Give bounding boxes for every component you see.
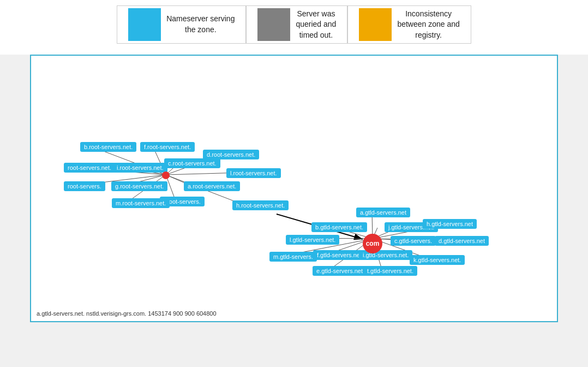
- graph-container[interactable]: b.root-servers.net. f.root-servers.net. …: [30, 55, 558, 322]
- legend-item-timeout: Server wasqueried andtimed out.: [246, 5, 347, 44]
- legend-row: Nameserver servingthe zone. Server wasqu…: [0, 0, 588, 55]
- node-e-root2[interactable]: root-servers.: [64, 181, 105, 191]
- node-i-root[interactable]: i.root-servers.net.: [113, 163, 167, 173]
- node-c-gtld[interactable]: c.gtld-servers.: [391, 236, 436, 246]
- node-a-root[interactable]: a.root-servers.net.: [184, 181, 240, 191]
- node-root-servers[interactable]: root-servers.net.: [64, 163, 115, 173]
- node-h-gtld[interactable]: h.gtld-servers.net: [423, 219, 477, 229]
- node-m-root[interactable]: m.root-servers.net.: [112, 198, 170, 208]
- legend-color-inconsistency: [359, 8, 392, 41]
- root-center-dot[interactable]: [162, 171, 170, 179]
- node-k-gtld[interactable]: k.gtld-servers.net.: [410, 255, 465, 265]
- node-c-root[interactable]: c.root-servers.net.: [164, 158, 220, 168]
- legend-color-nameserver: [128, 8, 161, 41]
- node-b-root[interactable]: b.root-servers.net.: [80, 142, 136, 152]
- legend-text-inconsistency: Inconsistencybetween zone andregistry.: [397, 9, 459, 41]
- legend-color-timeout: [257, 8, 290, 41]
- legend-text-timeout: Server wasqueried andtimed out.: [296, 9, 336, 41]
- node-a-gtld[interactable]: a.gtld-servers.net: [356, 208, 410, 217]
- node-m-gtld[interactable]: m.gtld-servers.: [269, 252, 317, 262]
- node-e-gtld[interactable]: e.gtld-servers.net.: [313, 266, 368, 276]
- legend-item-nameserver: Nameserver servingthe zone.: [117, 5, 246, 44]
- node-h-root[interactable]: h.root-servers.net.: [232, 200, 289, 210]
- node-d-gtld[interactable]: d.gtld-servers.net: [435, 236, 489, 246]
- node-l-gtld[interactable]: l.gtld-servers.net.: [286, 235, 339, 245]
- node-f-root[interactable]: f.root-servers.net.: [140, 142, 195, 152]
- node-g-root[interactable]: g.root-servers.net.: [111, 181, 167, 191]
- legend-item-inconsistency: Inconsistencybetween zone andregistry.: [347, 5, 471, 44]
- node-t-gtld[interactable]: t.gtld-servers.net.: [363, 266, 417, 276]
- node-b-gtld[interactable]: b.gtld-servers.net.: [311, 222, 367, 232]
- legend-text-nameserver: Nameserver servingthe zone.: [166, 14, 235, 35]
- node-com[interactable]: com: [363, 234, 382, 253]
- node-l-root[interactable]: l.root-servers.net.: [226, 168, 281, 178]
- graph-svg: [31, 56, 557, 321]
- status-bar: a.gtld-servers.net. nstld.verisign-grs.c…: [31, 310, 557, 317]
